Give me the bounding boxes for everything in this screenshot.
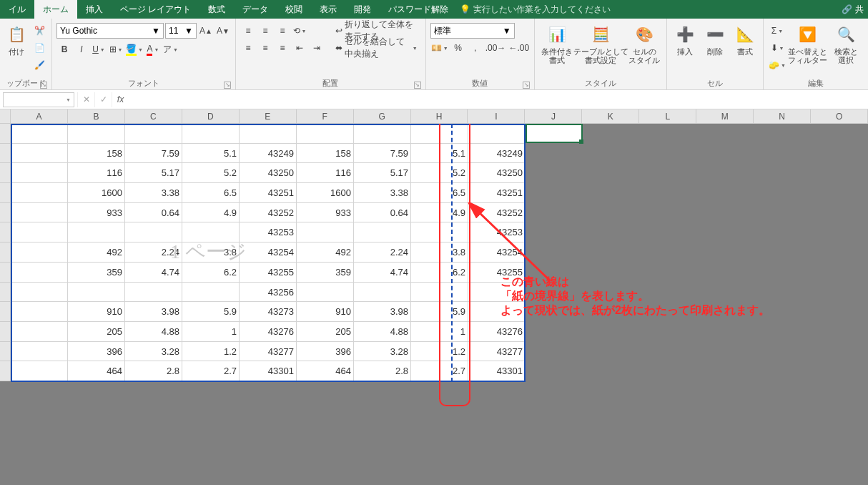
cell[interactable] <box>11 222 68 242</box>
row-header[interactable] <box>0 163 11 183</box>
cell[interactable]: 2.8 <box>354 361 411 381</box>
cell[interactable]: 43273 <box>240 302 297 322</box>
merge-center-button[interactable]: ⬌ セルを結合して中央揃え▼ <box>332 40 421 56</box>
cell[interactable]: 4.9 <box>182 203 240 223</box>
cell[interactable] <box>68 222 125 242</box>
cell[interactable]: 43255 <box>240 263 297 283</box>
cell-styles-button[interactable]: 🎨セルの スタイル <box>626 23 662 64</box>
column-header-K[interactable]: K <box>582 109 639 123</box>
format-painter-button[interactable]: 🖌️ <box>31 57 47 73</box>
cell[interactable] <box>354 222 411 242</box>
decrease-decimal-button[interactable]: ←.00 <box>508 40 530 56</box>
tab-home[interactable]: ホーム <box>34 0 77 19</box>
cell[interactable]: 2.7 <box>411 361 468 381</box>
font-name-combo[interactable]: Yu Gothic▼ <box>56 23 164 39</box>
cell[interactable] <box>411 283 468 303</box>
enter-formula-button[interactable]: ✓ <box>94 92 112 107</box>
cell[interactable]: 492 <box>297 242 354 263</box>
cell[interactable]: 5.9 <box>182 302 240 322</box>
decrease-font-button[interactable]: A▼ <box>215 23 231 39</box>
cell[interactable]: 43277 <box>468 342 526 362</box>
cell[interactable] <box>125 124 182 144</box>
cell[interactable]: 116 <box>68 163 125 183</box>
cell[interactable]: 1.2 <box>182 342 240 362</box>
comma-style-button[interactable]: , <box>468 40 483 56</box>
align-center-button[interactable]: ≡ <box>257 40 273 56</box>
tab-insert[interactable]: 挿入 <box>77 0 112 19</box>
cell[interactable]: 2.7 <box>182 361 240 381</box>
bold-button[interactable]: B <box>56 41 72 57</box>
cell[interactable]: 359 <box>297 263 354 283</box>
cut-button[interactable]: ✂️ <box>31 23 47 39</box>
accounting-format-button[interactable]: 💴▼ <box>430 40 449 56</box>
cell[interactable]: 910 <box>68 302 125 322</box>
align-left-button[interactable]: ≡ <box>240 40 256 56</box>
cell[interactable]: 3.8 <box>411 242 468 263</box>
row-header[interactable] <box>0 183 11 203</box>
cell[interactable]: 4.9 <box>411 203 468 223</box>
cell[interactable]: 3.38 <box>125 183 182 203</box>
cell[interactable]: 4.88 <box>354 322 411 342</box>
increase-font-button[interactable]: A▲ <box>198 23 214 39</box>
cell[interactable]: 5.17 <box>125 163 182 183</box>
paste-button[interactable]: 📋 付け <box>4 23 29 56</box>
row-header[interactable] <box>0 283 11 303</box>
font-size-combo[interactable]: 11▼ <box>165 23 197 39</box>
format-cells-button[interactable]: 📐書式 <box>731 23 759 56</box>
column-header-G[interactable]: G <box>354 109 411 123</box>
tab-formulas[interactable]: 数式 <box>199 0 234 19</box>
cell[interactable]: 43254 <box>468 242 526 263</box>
share-button[interactable]: 🔗 共 <box>842 4 864 16</box>
cell[interactable]: 933 <box>297 203 354 223</box>
cell[interactable] <box>11 342 68 362</box>
cell[interactable]: 43249 <box>468 144 526 164</box>
cell[interactable] <box>297 283 354 303</box>
delete-cells-button[interactable]: ➖削除 <box>701 23 729 56</box>
cell[interactable] <box>297 124 354 144</box>
row-header[interactable] <box>0 342 11 362</box>
cell[interactable]: 3.28 <box>125 342 182 362</box>
cell[interactable]: 1.2 <box>411 342 468 362</box>
select-all-button[interactable] <box>0 109 11 123</box>
sort-filter-button[interactable]: 🔽並べ替えと フィルター <box>789 23 825 64</box>
cell[interactable]: 4.74 <box>354 263 411 283</box>
cell[interactable]: 6.2 <box>182 263 240 283</box>
row-header[interactable] <box>0 361 11 381</box>
cell[interactable]: 158 <box>297 144 354 164</box>
format-as-table-button[interactable]: 🧮テーブルとして 書式設定 <box>578 23 623 64</box>
cell[interactable]: 43251 <box>468 183 526 203</box>
percent-button[interactable]: % <box>450 40 466 56</box>
cell[interactable] <box>354 124 411 144</box>
cell[interactable] <box>11 183 68 203</box>
cell[interactable]: 43276 <box>468 322 526 342</box>
cell[interactable]: 5.2 <box>182 163 240 183</box>
cell[interactable]: 4.88 <box>125 322 182 342</box>
row-header[interactable] <box>0 302 11 322</box>
autosum-button[interactable]: Σ▼ <box>768 23 786 39</box>
clipboard-dialog-launcher[interactable]: ↘ <box>40 82 47 89</box>
column-header-I[interactable]: I <box>468 109 525 123</box>
row-header[interactable] <box>0 322 11 342</box>
cell[interactable]: 2.8 <box>125 361 182 381</box>
fill-color-button[interactable]: 🪣▼ <box>125 41 144 57</box>
row-header[interactable] <box>0 144 11 164</box>
row-header[interactable] <box>0 203 11 223</box>
cell[interactable] <box>11 283 68 303</box>
cell[interactable]: 43276 <box>240 322 297 342</box>
formula-input[interactable] <box>129 92 868 107</box>
cell[interactable]: 205 <box>297 322 354 342</box>
column-header-H[interactable]: H <box>411 109 468 123</box>
cell[interactable]: 5.1 <box>411 144 468 164</box>
cell[interactable] <box>411 124 468 144</box>
fx-button[interactable]: fx <box>112 92 129 107</box>
cell[interactable]: 3.8 <box>182 242 240 263</box>
cancel-formula-button[interactable]: ✕ <box>77 92 94 107</box>
clear-button[interactable]: 🧽▼ <box>768 57 786 73</box>
phonetic-button[interactable]: ア▼ <box>162 41 179 57</box>
cell[interactable] <box>11 242 68 263</box>
cell[interactable] <box>11 302 68 322</box>
cell[interactable]: 2.24 <box>354 242 411 263</box>
cell[interactable]: 158 <box>68 144 125 164</box>
cell[interactable]: 43254 <box>240 242 297 263</box>
cell[interactable]: 0.64 <box>354 203 411 223</box>
